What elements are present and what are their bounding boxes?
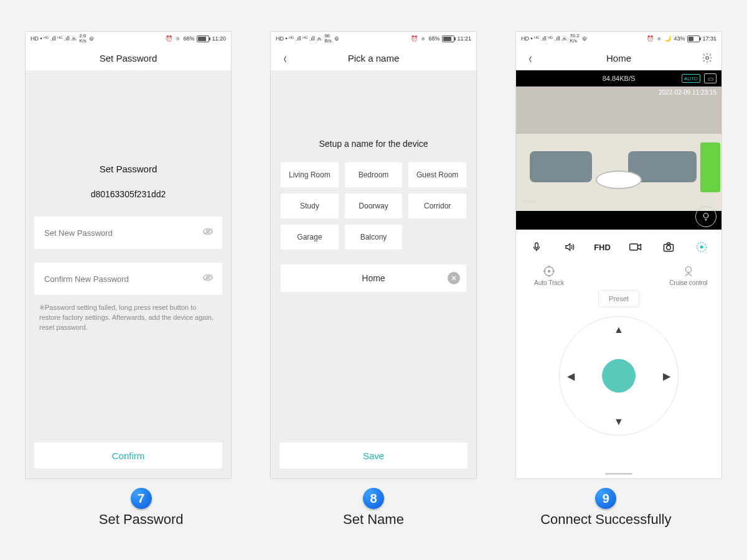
- clear-icon[interactable]: ✕: [448, 272, 460, 284]
- status-bar: HD • ᴴᴳ .ıll ᴴᴳ .ıll ⩕ 96B/s ⊚ ⏰ ⨳ 68% 1…: [271, 32, 476, 45]
- step-badge: 7: [131, 488, 152, 509]
- quality-button[interactable]: AUTO: [682, 74, 700, 83]
- phone-set-password: HD • ᴴᴳ .ıll ᴴᴳ .ıll ⩕ 2.8K/s ⊚ ⏰ ⨳ 68% …: [25, 31, 232, 479]
- record-button[interactable]: [625, 238, 646, 256]
- device-name-input[interactable]: Home ✕: [281, 264, 466, 292]
- battery-icon: [442, 35, 454, 42]
- eye-off-icon[interactable]: [202, 227, 214, 238]
- preset-button[interactable]: Preset: [598, 290, 639, 307]
- step-caption: Set Name: [343, 511, 404, 528]
- batt-pct: 43%: [674, 35, 685, 42]
- eye-icon: ⊚: [334, 35, 339, 42]
- dpad-center[interactable]: [602, 359, 636, 393]
- resolution-button[interactable]: FHD: [592, 238, 613, 256]
- room-chip[interactable]: Guest Room: [408, 162, 466, 187]
- video-area[interactable]: 84.84KB/S AUTO ▭ 2022-02-09 11:23:15 Hom…: [516, 70, 721, 230]
- bt-icon: ⨳: [175, 35, 181, 42]
- confirm-password-field[interactable]: [34, 263, 222, 295]
- dpad: ▲ ▼ ◀ ▶: [559, 316, 679, 436]
- back-button[interactable]: ‹: [276, 45, 294, 70]
- eye-off-icon[interactable]: [202, 273, 214, 284]
- svg-rect-7: [629, 244, 637, 250]
- dpad-right[interactable]: ▶: [663, 370, 670, 382]
- svg-point-13: [548, 271, 550, 273]
- alarm-icon: ⏰: [647, 35, 654, 42]
- clock: 11:20: [212, 35, 226, 42]
- moon-icon: 🌙: [664, 35, 671, 42]
- svg-rect-6: [535, 243, 538, 248]
- room-chip[interactable]: Corridor: [408, 194, 466, 218]
- new-password-input[interactable]: [43, 228, 190, 238]
- dpad-left[interactable]: ◀: [567, 370, 575, 382]
- navbar: Set Password: [26, 45, 231, 71]
- svg-point-11: [700, 246, 702, 248]
- video-toolbar: FHD: [516, 230, 721, 261]
- cruise-control-button[interactable]: Cruise control: [667, 264, 710, 286]
- back-button[interactable]: ‹: [521, 45, 540, 70]
- battery-icon: [197, 35, 209, 42]
- auto-track-button[interactable]: Auto Track: [527, 264, 571, 286]
- bt-icon: ⨳: [420, 35, 426, 42]
- dpad-down[interactable]: ▼: [614, 416, 624, 427]
- clock: 11:21: [457, 35, 471, 42]
- page-title: Home: [606, 53, 631, 63]
- password-note: ※Password setting failed, long press res…: [26, 295, 231, 332]
- save-button[interactable]: Save: [280, 442, 467, 469]
- room-chip[interactable]: Study: [281, 194, 339, 218]
- settings-button[interactable]: [698, 45, 716, 70]
- confirm-button[interactable]: Confirm: [34, 442, 222, 469]
- step-caption: Connect Successfully: [540, 511, 671, 528]
- phone-home: HD • ᴴᴳ .ıll ᴴᴳ .ıll ⩕ 70.2K/s ⊚ ⏰ ⨳ 🌙 4…: [515, 31, 722, 479]
- page-title: Set Password: [100, 53, 157, 63]
- status-left: HD • ᴴᴳ .ıll ᴴᴳ .ıll ⩕: [31, 35, 77, 42]
- dpad-up[interactable]: ▲: [614, 324, 624, 335]
- device-id: d80163305f231dd2: [26, 189, 231, 199]
- status-left: HD • ᴴᴳ .ıll ᴴᴳ .ıll ⩕: [521, 35, 567, 42]
- speaker-button[interactable]: [559, 238, 580, 256]
- snapshot-button[interactable]: [658, 238, 679, 256]
- auto-track-label: Auto Track: [534, 279, 564, 286]
- svg-point-5: [703, 213, 708, 218]
- cruise-label: Cruise control: [669, 279, 708, 286]
- step-9: 9 Connect Successfully: [490, 488, 722, 528]
- bitrate: 84.84KB/S: [603, 75, 636, 82]
- device-name-value: Home: [362, 273, 385, 283]
- room-chip[interactable]: Garage: [281, 225, 339, 250]
- step-badge: 8: [363, 488, 384, 509]
- page-title: Pick a name: [348, 53, 400, 63]
- ptz-button[interactable]: [691, 238, 712, 256]
- step-7: 7 Set Password: [25, 488, 257, 528]
- svg-point-9: [666, 246, 670, 250]
- room-chip[interactable]: Living Room: [281, 162, 339, 187]
- eye-icon: ⊚: [89, 35, 94, 42]
- batt-pct: 68%: [183, 35, 194, 42]
- video-label: Home: [521, 198, 536, 205]
- bt-icon: ⨳: [656, 35, 662, 42]
- step-8: 8 Set Name: [257, 488, 489, 528]
- mic-button[interactable]: [526, 238, 547, 256]
- room-chip[interactable]: Balcony: [345, 225, 403, 250]
- confirm-password-input[interactable]: [43, 274, 190, 284]
- room-chip[interactable]: Bedroom: [345, 162, 403, 187]
- battery-icon: [687, 35, 700, 42]
- svg-point-14: [685, 267, 691, 273]
- status-bar: HD • ᴴᴳ .ıll ᴴᴳ .ıll ⩕ 70.2K/s ⊚ ⏰ ⨳ 🌙 4…: [516, 32, 721, 45]
- status-left: HD • ᴴᴳ .ıll ᴴᴳ .ıll ⩕: [276, 35, 322, 42]
- set-password-heading: Set Password: [26, 70, 231, 174]
- alarm-icon: ⏰: [166, 35, 172, 42]
- light-button[interactable]: [695, 206, 716, 227]
- status-bar: HD • ᴴᴳ .ıll ᴴᴳ .ıll ⩕ 2.8K/s ⊚ ⏰ ⨳ 68% …: [26, 32, 231, 45]
- drag-handle[interactable]: [605, 473, 632, 475]
- step-caption: Set Password: [99, 511, 184, 528]
- new-password-field[interactable]: [34, 217, 222, 249]
- rotate-button[interactable]: ▭: [704, 73, 716, 83]
- clock: 17:31: [702, 35, 716, 42]
- step-badge: 9: [595, 488, 616, 509]
- subheading: Setup a name for the device: [271, 70, 476, 149]
- svg-point-4: [706, 57, 709, 60]
- phone-pick-name: HD • ᴴᴳ .ıll ᴴᴳ .ıll ⩕ 96B/s ⊚ ⏰ ⨳ 68% 1…: [270, 31, 477, 479]
- navbar: ‹ Pick a name: [271, 45, 476, 71]
- room-chip[interactable]: Doorway: [345, 194, 403, 218]
- video-timestamp: 2022-02-09 11:23:15: [659, 89, 716, 96]
- batt-pct: 68%: [428, 35, 439, 42]
